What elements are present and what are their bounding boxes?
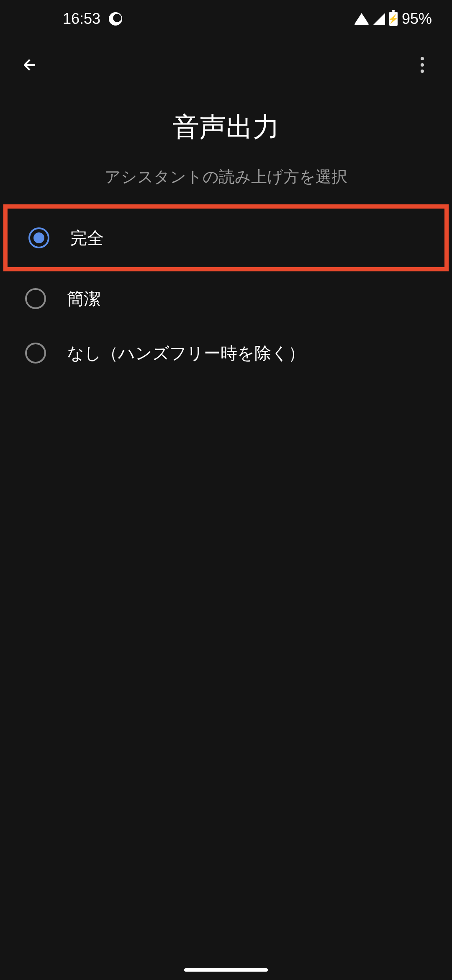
battery-percent: 95% xyxy=(402,10,432,28)
radio-option-brief[interactable]: 簡潔 xyxy=(0,271,452,326)
cellular-signal-icon xyxy=(373,13,385,25)
page-title: 音声出力 xyxy=(0,92,452,158)
page-subtitle: アシスタントの読み上げ方を選択 xyxy=(0,158,452,204)
radio-button-icon xyxy=(25,288,46,309)
dnd-icon xyxy=(109,12,122,26)
navigation-handle[interactable] xyxy=(184,968,268,972)
more-options-button[interactable] xyxy=(413,56,431,74)
status-time: 16:53 xyxy=(63,10,100,28)
radio-label: 簡潔 xyxy=(67,287,100,310)
status-right: ⚡ 95% xyxy=(354,10,432,28)
radio-option-full[interactable]: 完全 xyxy=(3,204,449,271)
app-bar xyxy=(0,38,452,92)
wifi-icon xyxy=(354,13,369,25)
radio-list: 完全 簡潔 なし（ハンズフリー時を除く） xyxy=(0,204,452,380)
status-left: 16:53 xyxy=(63,10,122,28)
status-bar: 16:53 ⚡ 95% xyxy=(0,0,452,38)
arrow-left-icon xyxy=(21,56,39,74)
radio-label: 完全 xyxy=(70,227,104,250)
radio-button-icon xyxy=(28,227,49,248)
back-button[interactable] xyxy=(21,56,39,74)
radio-label: なし（ハンズフリー時を除く） xyxy=(67,342,305,365)
battery-icon: ⚡ xyxy=(389,12,398,26)
more-vert-icon xyxy=(421,57,424,60)
radio-button-icon xyxy=(25,343,46,364)
radio-option-none[interactable]: なし（ハンズフリー時を除く） xyxy=(0,326,452,380)
